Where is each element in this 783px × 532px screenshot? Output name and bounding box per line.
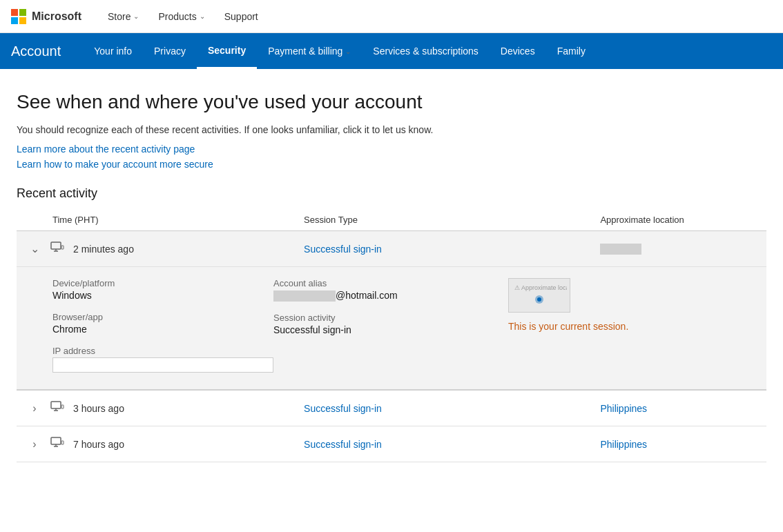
row1-location-cell [592,231,766,267]
privacy-label: Privacy [154,46,186,57]
row1-expanded-cell: Device/platform Windows Browser/app Chro… [17,267,766,391]
account-nav-links: Your info Privacy Security Payment & bil… [83,33,597,69]
ip-address-label: IP address [52,346,273,356]
account-title: Account [11,43,61,59]
row2-session-link[interactable]: Successful sign-in [304,403,382,414]
security-nav-link[interactable]: Security [197,33,257,69]
services-nav-link[interactable]: Services & subscriptions [362,33,490,69]
row2-session-cell: Successful sign-in [296,390,592,426]
page-subtitle: You should recognize each of these recen… [17,124,766,135]
devices-label: Devices [501,46,535,57]
support-label: Support [224,11,258,22]
svg-text:⚠ Approximate location: ⚠ Approximate location [514,284,567,291]
detail-col-3: ⚠ Approximate location This is your curr… [508,278,702,373]
ip-address-item: IP address [52,346,273,373]
detail-col-1: Device/platform Windows Browser/app Chro… [52,278,273,373]
svg-rect-8 [51,402,61,408]
products-nav-link[interactable]: Products ⌄ [148,0,214,33]
svg-rect-3 [61,246,64,249]
row3-time: 7 hours ago [73,439,124,450]
row2-time-cell: › 3 hours ago [17,390,296,426]
session-activity-item: Session activity Successful sign-in [273,313,508,335]
ms-logo-text: Microsoft [32,10,81,23]
payment-label: Payment & billing [268,46,342,57]
ms-red [11,9,18,16]
browser-app-value: Chrome [52,324,273,335]
table-row-expanded: Device/platform Windows Browser/app Chro… [17,267,766,391]
row1-time-cell: ⌄ 2 minutes ago [17,231,296,267]
top-nav: Microsoft Store ⌄ Products ⌄ Support [0,0,783,33]
help-link-1[interactable]: Learn more about the recent activity pag… [17,144,766,155]
account-alias-label: Account alias [273,278,508,288]
family-label: Family [557,46,586,57]
row3-time-cell: › 7 hours ago [17,426,296,462]
account-alias-value: @hotmail.com [273,290,508,302]
security-label: Security [208,45,246,56]
help-link-2[interactable]: Learn how to make your account more secu… [17,159,766,170]
svg-rect-15 [61,441,64,444]
svg-point-7 [537,297,541,302]
ms-yellow [19,17,26,24]
ms-logo-grid [11,9,26,24]
detail-col-2: Account alias @hotmail.com Session activ… [273,278,508,373]
store-chevron-icon: ⌄ [133,12,139,20]
store-label: Store [108,11,130,22]
recent-activity-title: Recent activity [17,186,766,201]
col-header-location: Approximate location [592,209,766,231]
account-nav: Account Your info Privacy Security Payme… [0,33,783,69]
payment-nav-link[interactable]: Payment & billing ⌄ [257,33,362,69]
row1-time: 2 minutes ago [73,244,134,255]
row1-detail: Device/platform Windows Browser/app Chro… [17,267,766,389]
row1-session-link[interactable]: Successful sign-in [304,244,382,255]
session-activity-value: Successful sign-in [273,324,508,335]
current-session-text: This is your current session. [508,321,702,332]
table-row[interactable]: ⌄ 2 minutes ago Successfu [17,231,766,267]
ip-address-value [52,357,273,373]
row3-toggle: › 7 hours ago [25,435,287,453]
yourinfo-nav-link[interactable]: Your info [83,33,143,69]
devices-nav-link[interactable]: Devices [490,33,546,69]
activity-table: Time (PHT) Session Type Approximate loca… [17,209,766,462]
col-header-session: Session Type [296,209,592,231]
page-title: See when and where you've used your acco… [17,91,766,113]
main-content: See when and where you've used your acco… [0,69,783,484]
family-nav-link[interactable]: Family [546,33,597,69]
products-chevron-icon: ⌄ [200,12,205,20]
browser-app-label: Browser/app [52,312,273,322]
account-alias-item: Account alias @hotmail.com [273,278,508,302]
top-nav-links: Store ⌄ Products ⌄ Support [98,0,268,33]
browser-app-item: Browser/app Chrome [52,312,273,335]
row2-location-cell: Philippines [592,390,766,426]
session-activity-label: Session activity [273,313,508,323]
ms-logo[interactable]: Microsoft [11,9,81,24]
alias-redacted [273,290,336,302]
col-header-time: Time (PHT) [17,209,296,231]
expand-right-icon-3: › [28,438,41,451]
row3-session-link[interactable]: Successful sign-in [304,439,382,450]
row1-session-cell: Successful sign-in [296,231,592,267]
store-nav-link[interactable]: Store ⌄ [98,0,148,33]
device-platform-label: Device/platform [52,278,273,288]
ms-blue [11,17,18,24]
device-icon-2 [50,399,65,417]
expand-right-icon: › [28,402,41,415]
support-nav-link[interactable]: Support [215,0,268,33]
device-icon [50,239,65,258]
device-platform-value: Windows [52,290,273,301]
privacy-nav-link[interactable]: Privacy [143,33,197,69]
table-row[interactable]: › 3 hours ago Successful [17,390,766,426]
payment-chevron-icon: ⌄ [345,48,351,55]
table-row[interactable]: › 7 hours ago Successful [17,426,766,462]
products-label: Products [158,11,196,22]
row2-time: 3 hours ago [73,403,124,414]
row3-location: Philippines [600,439,647,450]
services-label: Services & subscriptions [373,46,478,57]
svg-rect-12 [51,437,61,444]
row3-location-cell: Philippines [592,426,766,462]
ms-green [19,9,26,16]
svg-rect-11 [61,405,64,408]
location-map: ⚠ Approximate location [508,278,570,313]
row1-toggle: ⌄ 2 minutes ago [25,239,287,258]
row2-location: Philippines [600,403,647,414]
table-header-row: Time (PHT) Session Type Approximate loca… [17,209,766,231]
